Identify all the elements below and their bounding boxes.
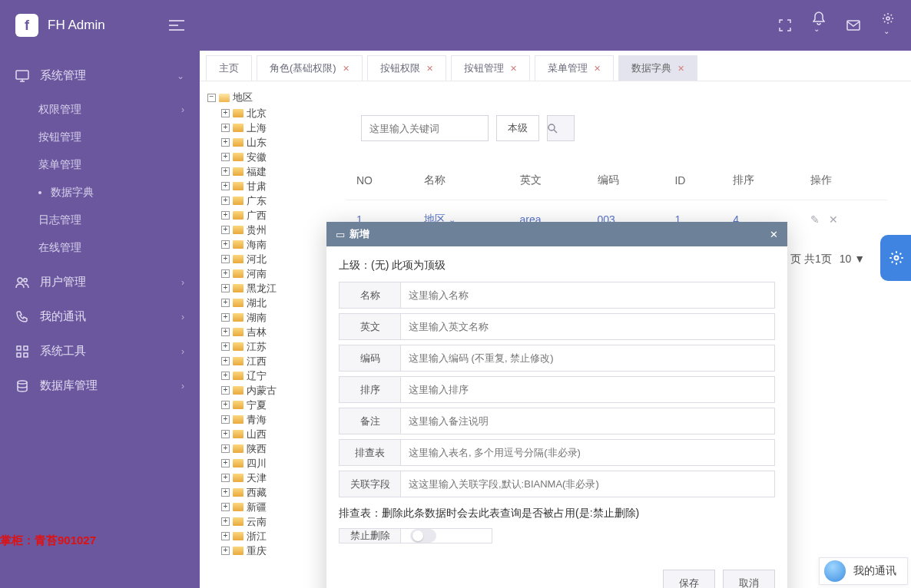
close-icon[interactable]: ✕	[677, 64, 684, 74]
tree-node[interactable]: +宁夏	[207, 398, 330, 412]
tree-root[interactable]: − 地区	[207, 89, 330, 106]
tree-node[interactable]: +内蒙古	[207, 383, 330, 398]
tree-node[interactable]: +安徽	[207, 150, 330, 164]
expand-icon[interactable]: +	[221, 269, 230, 278]
tree-node[interactable]: +江苏	[207, 339, 330, 354]
close-icon[interactable]: ✕	[770, 229, 778, 240]
search-input[interactable]	[361, 115, 489, 141]
tree-node[interactable]: +北京	[207, 106, 330, 121]
expand-icon[interactable]: +	[221, 328, 230, 336]
tab-data-dict[interactable]: 数据字典✕	[618, 55, 697, 81]
expand-icon[interactable]: +	[221, 459, 230, 467]
sub-data-dict[interactable]: 数据字典	[0, 179, 200, 206]
tree-node[interactable]: +新疆	[207, 500, 330, 514]
tab-btn-mgmt[interactable]: 按钮管理✕	[451, 55, 530, 81]
chat-widget[interactable]: 我的通讯	[819, 557, 908, 585]
nav-tools[interactable]: 系统工具 ›	[0, 334, 200, 368]
tree-node[interactable]: +四川	[207, 456, 330, 471]
nav-users[interactable]: 用户管理 ›	[0, 265, 200, 299]
delete-icon[interactable]: ✕	[829, 213, 838, 226]
tree-node[interactable]: +黑龙江	[207, 281, 330, 296]
expand-icon[interactable]: +	[221, 444, 230, 453]
tree-node[interactable]: +广西	[207, 208, 330, 223]
sub-button-mgmt[interactable]: 按钮管理	[0, 124, 200, 151]
expand-icon[interactable]: +	[221, 197, 230, 205]
close-icon[interactable]: ✕	[510, 64, 517, 74]
tree-node[interactable]: +浙江	[207, 529, 330, 543]
close-icon[interactable]: ✕	[343, 64, 349, 74]
expand-icon[interactable]: +	[221, 240, 230, 249]
field-input[interactable]	[401, 282, 774, 308]
sub-log-mgmt[interactable]: 日志管理	[0, 206, 200, 234]
expand-icon[interactable]: +	[221, 138, 230, 147]
expand-icon[interactable]: +	[221, 415, 230, 424]
tree-node[interactable]: +陕西	[207, 441, 330, 456]
page-size-select[interactable]: 10 ▼	[840, 253, 865, 265]
expand-icon[interactable]: +	[221, 109, 230, 117]
tab-btn-perm[interactable]: 按钮权限✕	[367, 55, 446, 81]
tree-node[interactable]: +甘肃	[207, 179, 330, 193]
tree-node[interactable]: +贵州	[207, 223, 330, 237]
expand-icon[interactable]: +	[221, 284, 230, 292]
tree-node[interactable]: +山东	[207, 135, 330, 150]
tree-node[interactable]: +湖北	[207, 296, 330, 310]
collapse-icon[interactable]: −	[207, 94, 216, 102]
tree-node[interactable]: +广东	[207, 193, 330, 208]
expand-icon[interactable]: +	[221, 386, 230, 395]
expand-icon[interactable]: +	[221, 517, 230, 526]
expand-icon[interactable]: +	[221, 488, 230, 497]
tab-role[interactable]: 角色(基础权限)✕	[257, 55, 363, 81]
tab-home[interactable]: 主页	[206, 55, 252, 81]
expand-icon[interactable]: +	[221, 532, 230, 540]
field-input[interactable]	[401, 345, 774, 371]
expand-icon[interactable]: +	[221, 153, 230, 161]
field-input[interactable]	[401, 314, 774, 339]
nav-comm[interactable]: 我的通讯 ›	[0, 299, 200, 334]
tree-node[interactable]: +上海	[207, 121, 330, 135]
expand-icon[interactable]: +	[221, 503, 230, 511]
tree-node[interactable]: +山西	[207, 427, 330, 441]
field-input[interactable]	[401, 440, 774, 465]
expand-icon[interactable]: +	[221, 547, 230, 555]
field-input[interactable]	[401, 408, 774, 434]
tree-node[interactable]: +云南	[207, 514, 330, 529]
tree-node[interactable]: +湖南	[207, 310, 330, 325]
expand-icon[interactable]: +	[221, 211, 230, 220]
expand-icon[interactable]: +	[221, 167, 230, 176]
tab-menu-mgmt[interactable]: 菜单管理✕	[535, 55, 614, 81]
sub-permission[interactable]: 权限管理›	[0, 96, 200, 124]
fullscreen-icon[interactable]	[779, 19, 791, 31]
tree-node[interactable]: +青海	[207, 412, 330, 427]
edit-icon[interactable]: ✎	[810, 213, 820, 226]
tree-node[interactable]: +吉林	[207, 325, 330, 339]
expand-icon[interactable]: +	[221, 226, 230, 234]
tree-node[interactable]: +海南	[207, 237, 330, 252]
gear-icon[interactable]: ⌄	[882, 12, 894, 38]
side-settings-tab[interactable]	[880, 235, 911, 281]
save-button[interactable]: 保存	[663, 570, 715, 588]
close-icon[interactable]: ✕	[594, 64, 601, 74]
expand-icon[interactable]: +	[221, 401, 230, 409]
tree-node[interactable]: +河南	[207, 266, 330, 281]
expand-icon[interactable]: +	[221, 430, 230, 438]
tree-node[interactable]: +江西	[207, 354, 330, 368]
expand-icon[interactable]: +	[221, 313, 230, 322]
tree-node[interactable]: +重庆	[207, 543, 330, 558]
expand-icon[interactable]: +	[221, 182, 230, 190]
expand-icon[interactable]: +	[221, 124, 230, 132]
cancel-button[interactable]: 取消	[723, 570, 775, 588]
tree-node[interactable]: +福建	[207, 164, 330, 179]
mail-icon[interactable]	[846, 20, 860, 31]
sub-menu-mgmt[interactable]: 菜单管理	[0, 151, 200, 179]
nav-system[interactable]: 系统管理 ⌄	[0, 58, 200, 93]
forbid-delete-switch[interactable]	[410, 529, 436, 543]
expand-icon[interactable]: +	[221, 357, 230, 365]
tree-node[interactable]: +河北	[207, 252, 330, 266]
nav-db[interactable]: 数据库管理 ›	[0, 368, 200, 403]
close-icon[interactable]: ✕	[426, 64, 433, 74]
field-input[interactable]	[401, 471, 774, 497]
search-button[interactable]	[547, 115, 575, 141]
tree-node[interactable]: +辽宁	[207, 368, 330, 383]
expand-icon[interactable]: +	[221, 372, 230, 380]
expand-icon[interactable]: +	[221, 255, 230, 263]
